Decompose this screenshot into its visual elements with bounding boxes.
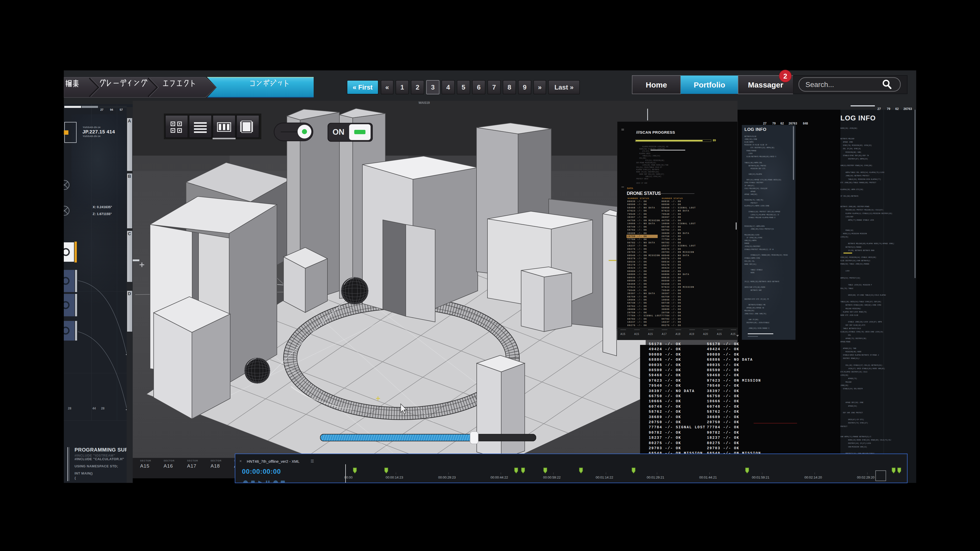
- svg-text:9: 9: [523, 83, 527, 91]
- svg-text:5: 5: [462, 83, 465, 91]
- svg-text:2: 2: [783, 73, 787, 80]
- svg-text:8: 8: [508, 83, 511, 91]
- svg-text:ON: ON: [332, 127, 345, 137]
- svg-text:3: 3: [431, 83, 434, 91]
- svg-text:Search...: Search...: [805, 81, 834, 89]
- svg-text:1: 1: [401, 83, 404, 91]
- svg-text:Home: Home: [646, 81, 667, 89]
- svg-text:WAIS19: WAIS19: [418, 101, 430, 105]
- svg-text:«: «: [385, 83, 389, 91]
- svg-text:Massager: Massager: [748, 81, 783, 89]
- svg-text:Portfolio: Portfolio: [694, 81, 725, 89]
- svg-text:4: 4: [446, 83, 450, 91]
- svg-text:2: 2: [416, 83, 419, 91]
- svg-text:»: »: [538, 83, 542, 91]
- svg-text:« First: « First: [353, 83, 372, 91]
- svg-text:6: 6: [477, 83, 480, 91]
- svg-text:Last »: Last »: [554, 83, 573, 91]
- svg-text:7: 7: [492, 83, 496, 91]
